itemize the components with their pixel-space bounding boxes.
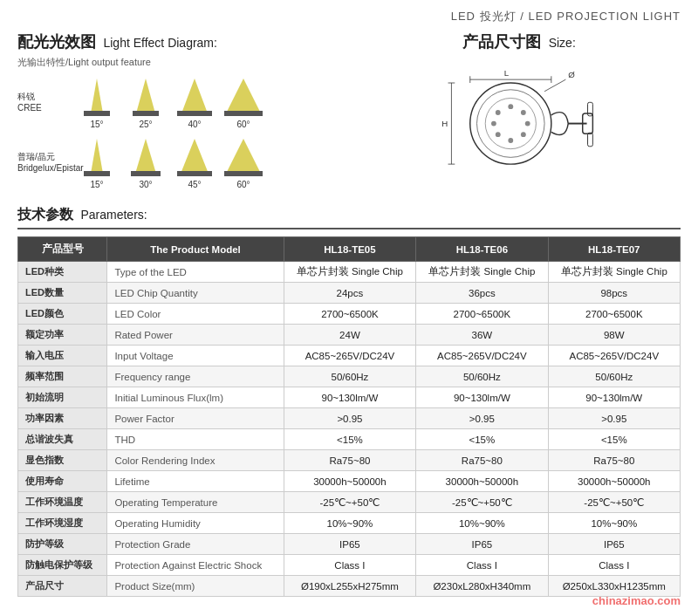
cell-v1: 30000h~50000h (284, 471, 415, 492)
params-title: 技术参数 Parameters: (17, 206, 681, 229)
beam-svg-b45 (173, 134, 216, 178)
svg-marker-14 (226, 139, 261, 174)
beam-angle-label: 45° (188, 180, 201, 189)
svg-rect-9 (84, 171, 110, 176)
cell-en: Type of the LED (107, 262, 284, 283)
cell-cn: 额定功率 (18, 325, 107, 346)
cell-v3: Class I (548, 555, 680, 576)
params-section: 技术参数 Parameters: 产品型号 The Product Model … (17, 206, 681, 597)
params-table: 产品型号 The Product Model HL18-TE05 HL18-TE… (17, 236, 681, 597)
svg-point-19 (508, 104, 513, 109)
table-row: 工作环境湿度 Operating Humidity 10%~90% 10%~90… (18, 513, 681, 534)
table-row: 功率因素 Power Factor >0.95 >0.95 >0.95 (18, 408, 681, 429)
beam-item: 15° (75, 74, 119, 129)
cell-v3: Ra75~80 (548, 450, 680, 471)
table-row: 防触电保护等级 Protection Against Electric Shoc… (18, 555, 681, 576)
beam-groups-container: 科锐 CREE 15° (17, 74, 340, 189)
beam-item: 25° (124, 74, 168, 129)
cell-v3: Ø250xL330xH1235mm (548, 576, 680, 597)
cell-v1: Class I (284, 555, 415, 576)
cell-v3: >0.95 (548, 408, 680, 429)
beam-item: 30° (124, 134, 168, 189)
svg-rect-1 (84, 111, 110, 116)
svg-marker-8 (91, 139, 103, 174)
svg-point-21 (525, 121, 530, 127)
svg-rect-13 (177, 171, 212, 176)
table-row: 使用寿命 Lifetime 30000h~50000h 30000h~50000… (18, 471, 681, 492)
size-diagram-en: Size: (549, 36, 576, 50)
svg-rect-3 (133, 111, 159, 116)
cell-v3: -25℃~+50℃ (548, 492, 680, 513)
cell-cn: LED颜色 (18, 304, 107, 325)
light-effect-en: Light Effect Diagram: (103, 36, 216, 50)
col-header-te06: HL18-TE06 (416, 237, 548, 262)
beam-item: 45° (173, 134, 216, 189)
bridgelux-beam-icons: 15° 30° 45° (75, 134, 265, 189)
beam-svg-15 (75, 74, 119, 118)
beam-svg-b15 (75, 134, 119, 178)
beam-item: 60° (222, 74, 265, 129)
svg-rect-29 (588, 133, 593, 147)
beam-item: 40° (173, 74, 216, 129)
svg-point-26 (496, 110, 501, 115)
cell-v2: IP65 (416, 534, 548, 555)
cell-cn: 工作环境温度 (18, 492, 107, 513)
svg-rect-15 (224, 171, 263, 176)
cell-v2: 30000h~50000h (416, 471, 548, 492)
watermark: chinazimao.com (592, 594, 681, 607)
beam-angle-label: 60° (236, 180, 250, 189)
table-row: LED种类 Type of the LED 单芯片封装 Single Chip … (18, 262, 681, 283)
svg-point-17 (477, 90, 545, 158)
cell-cn: 输入电压 (18, 346, 107, 366)
cell-en: Lifetime (107, 471, 284, 492)
cell-v2: 36W (416, 325, 548, 346)
cell-v1: >0.95 (284, 408, 415, 429)
cell-v2: AC85~265V/DC24V (416, 346, 548, 366)
cell-v1: Ra75~80 (284, 450, 415, 471)
table-row: 防护等级 Protection Grade IP65 IP65 IP65 (18, 534, 681, 555)
table-row: 初始流明 Initial Luminous Flux(lm) 90~130lm/… (18, 387, 681, 408)
svg-point-24 (496, 132, 501, 137)
col-header-te05: HL18-TE05 (284, 237, 415, 262)
cell-v2: 90~130lm/W (416, 387, 548, 408)
beam-angle-label: 15° (90, 120, 103, 129)
beam-svg-b30 (124, 134, 168, 178)
cell-v3: 单芯片封装 Single Chip (548, 262, 680, 283)
cell-cn: 频率范围 (18, 366, 107, 387)
cell-v2: 2700~6500K (416, 304, 548, 325)
cell-v2: Ø230xL280xH340mm (416, 576, 548, 597)
svg-point-25 (491, 121, 496, 127)
cell-v1: 单芯片封装 Single Chip (284, 262, 415, 283)
cell-cn: 功率因素 (18, 408, 107, 429)
cell-v2: -25℃~+50℃ (416, 492, 548, 513)
cell-cn: 产品尺寸 (18, 576, 107, 597)
table-row: 工作环境温度 Operating Temperature -25℃~+50℃ -… (18, 492, 681, 513)
beam-angle-label: 30° (139, 180, 152, 189)
beam-angle-label: 40° (188, 120, 201, 129)
cell-v1: IP65 (284, 534, 415, 555)
cell-cn: 使用寿命 (18, 471, 107, 492)
col-header-te07: HL18-TE07 (548, 237, 680, 262)
cell-cn: 初始流明 (18, 387, 107, 408)
svg-point-22 (521, 132, 526, 137)
col-header-cn: 产品型号 (18, 237, 107, 262)
svg-line-38 (544, 79, 565, 92)
beam-angle-label: 60° (236, 120, 250, 129)
cell-cn: 工作环境湿度 (18, 513, 107, 534)
svg-point-20 (521, 110, 526, 115)
beam-item: 60° (222, 134, 265, 189)
table-row: LED颜色 LED Color 2700~6500K 2700~6500K 27… (18, 304, 681, 325)
table-row: 显色指数 Color Rendering Index Ra75~80 Ra75~… (18, 450, 681, 471)
cell-cn: LED数量 (18, 283, 107, 304)
cell-v1: 24pcs (284, 283, 415, 304)
cell-en: Product Size(mm) (107, 576, 284, 597)
cell-v3: 30000h~50000h (548, 471, 680, 492)
table-row: 输入电压 Input Voltage AC85~265V/DC24V AC85~… (18, 346, 681, 366)
cell-cn: 防触电保护等级 (18, 555, 107, 576)
light-effect-title: 配光光效图 Light Effect Diagram: (17, 31, 340, 52)
light-effect-cn: 配光光效图 (17, 33, 96, 51)
light-sublabel: 光输出特性/Light output feature (17, 56, 340, 69)
svg-marker-2 (136, 79, 155, 113)
cell-v1: <15% (284, 429, 415, 450)
svg-marker-0 (91, 79, 103, 113)
